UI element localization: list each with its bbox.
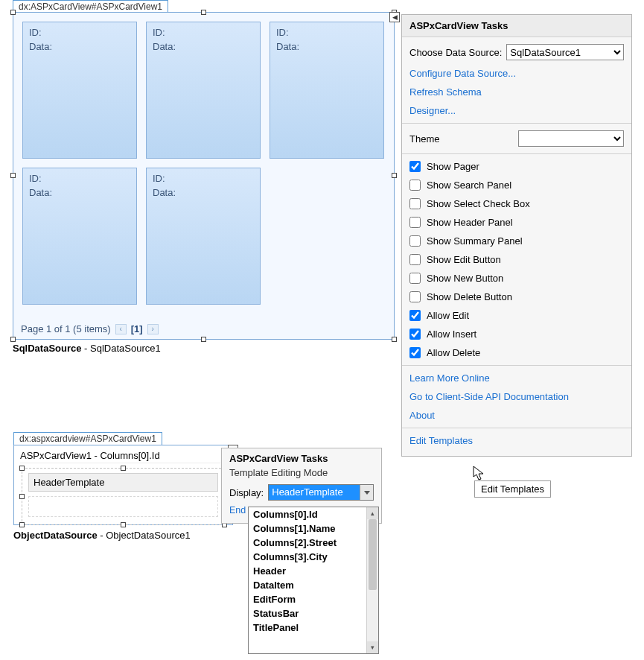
cardview-designer-surface[interactable]: ◀ ID: Data: ID: Data: ID: Data: ID: Data… xyxy=(13,12,395,340)
tasks-panel-title: ASPxCardView Tasks xyxy=(229,453,374,464)
card-data-label: Data: xyxy=(29,41,130,52)
card-preview: ID: Data: xyxy=(146,22,261,159)
dropdown-item[interactable]: DataItem xyxy=(249,578,366,592)
cardview-tasks-panel: ASPxCardView Tasks Choose Data Source: S… xyxy=(401,14,632,457)
task-checkbox-label: Show Header Panel xyxy=(427,217,513,228)
task-checkbox-row[interactable]: Show Header Panel xyxy=(409,213,624,232)
task-checkbox[interactable] xyxy=(409,291,421,302)
resize-handle[interactable] xyxy=(121,522,126,527)
theme-select[interactable] xyxy=(518,130,624,147)
dropdown-item[interactable]: EditForm xyxy=(249,592,366,606)
task-checkbox[interactable] xyxy=(409,161,421,172)
task-checkbox[interactable] xyxy=(409,180,421,191)
resize-handle[interactable] xyxy=(19,466,25,471)
task-checkbox-row[interactable]: Show Search Panel xyxy=(409,176,624,194)
task-checkbox-row[interactable]: Show Select Check Box xyxy=(409,194,624,213)
dropdown-item[interactable]: Columns[2].Street xyxy=(249,536,366,550)
resize-handle[interactable] xyxy=(392,337,397,342)
task-checkbox[interactable] xyxy=(409,198,421,209)
resize-handle[interactable] xyxy=(10,337,16,342)
resize-handle[interactable] xyxy=(19,522,25,527)
scroll-down-icon[interactable]: ▾ xyxy=(367,641,378,653)
resize-handle[interactable] xyxy=(10,173,16,178)
card-preview: ID: Data: xyxy=(22,22,137,159)
designer-tag-tab[interactable]: dx:ASPxCardView#ASPxCardView1 xyxy=(13,0,168,13)
designer-tag-tab[interactable]: dx:aspxcardview#ASPxCardView1 xyxy=(13,432,162,445)
chevron-down-icon[interactable] xyxy=(360,485,373,500)
edit-templates-link[interactable]: Edit Templates xyxy=(409,431,624,450)
about-link[interactable]: About xyxy=(409,406,624,425)
task-checkbox-label: Show Select Check Box xyxy=(427,198,530,209)
scroll-up-icon[interactable]: ▴ xyxy=(367,507,378,519)
card-id-label: ID: xyxy=(153,173,254,184)
refresh-schema-link[interactable]: Refresh Schema xyxy=(409,83,624,101)
theme-label: Theme xyxy=(409,133,514,145)
task-checkbox-row[interactable]: Show Edit Button xyxy=(409,250,624,269)
display-template-dropdown[interactable]: Columns[0].IdColumns[1].NameColumns[2].S… xyxy=(248,507,379,654)
template-edit-area[interactable] xyxy=(28,496,218,517)
pager-prev-button[interactable]: ‹ xyxy=(115,324,127,334)
task-checkbox[interactable] xyxy=(409,329,421,340)
resize-handle[interactable] xyxy=(201,337,206,342)
template-designer-surface[interactable]: ◀ ASPxCardView1 - Columns[0].Id HeaderTe… xyxy=(13,445,233,525)
resize-handle[interactable] xyxy=(392,173,397,178)
dropdown-item[interactable]: Columns[1].Name xyxy=(249,521,366,536)
pager-text: Page 1 of 1 (5 items) xyxy=(21,323,111,334)
card-id-label: ID: xyxy=(29,173,130,184)
scrollbar[interactable]: ▴ ▾ xyxy=(366,507,378,653)
template-mode-label: Template Editing Mode xyxy=(229,467,374,478)
card-data-label: Data: xyxy=(153,41,254,52)
card-id-label: ID: xyxy=(153,27,254,38)
task-checkbox-row[interactable]: Show Pager xyxy=(409,157,624,176)
task-checkbox[interactable] xyxy=(409,347,421,358)
task-checkbox-label: Show New Button xyxy=(427,273,503,284)
task-checkbox-row[interactable]: Allow Delete xyxy=(409,343,624,362)
data-source-type: SqlDataSource xyxy=(13,343,81,354)
resize-handle[interactable] xyxy=(201,10,206,15)
designer-link[interactable]: Designer... xyxy=(409,101,624,120)
display-label: Display: xyxy=(229,487,264,498)
task-checkbox-label: Allow Edit xyxy=(427,310,469,321)
task-checkbox-row[interactable]: Allow Edit xyxy=(409,306,624,325)
data-source-label: SqlDataSource - SqlDataSource1 xyxy=(13,343,400,354)
smart-tag-arrow-icon[interactable]: ◀ xyxy=(389,12,400,22)
task-checkbox[interactable] xyxy=(409,273,421,284)
task-checkbox[interactable] xyxy=(409,217,421,228)
task-checkbox-label: Show Pager xyxy=(427,161,479,172)
client-side-api-link[interactable]: Go to Client-Side API Documentation xyxy=(409,387,624,406)
task-checkbox-label: Allow Insert xyxy=(427,329,476,340)
task-checkbox-label: Allow Delete xyxy=(427,347,480,358)
dropdown-item[interactable]: Columns[3].City xyxy=(249,550,366,564)
dropdown-item[interactable]: Columns[0].Id xyxy=(249,507,366,521)
pager-next-button[interactable]: › xyxy=(147,324,159,334)
configure-data-source-link[interactable]: Configure Data Source... xyxy=(409,64,624,83)
data-source-name: - ObjectDataSource1 xyxy=(98,530,191,541)
card-id-label: ID: xyxy=(276,27,377,38)
scroll-thumb[interactable] xyxy=(369,519,377,590)
tooltip: Edit Templates xyxy=(474,480,551,498)
resize-handle[interactable] xyxy=(19,494,25,499)
task-checkbox-row[interactable]: Show Delete Button xyxy=(409,288,624,306)
task-checkbox-row[interactable]: Allow Insert xyxy=(409,325,624,343)
task-checkbox-label: Show Summary Panel xyxy=(427,235,523,247)
card-preview: ID: Data: xyxy=(146,168,261,305)
task-checkbox-row[interactable]: Show New Button xyxy=(409,269,624,288)
choose-data-source-select[interactable]: SqlDataSource1 xyxy=(506,44,624,60)
learn-more-online-link[interactable]: Learn More Online xyxy=(409,369,624,387)
card-preview: ID: Data: xyxy=(22,168,137,305)
task-checkbox[interactable] xyxy=(409,235,421,247)
task-checkbox[interactable] xyxy=(409,310,421,321)
task-checkbox-row[interactable]: Show Summary Panel xyxy=(409,232,624,250)
dropdown-item[interactable]: StatusBar xyxy=(249,606,366,621)
data-source-type: ObjectDataSource xyxy=(13,530,98,541)
pager-current-page: [1] xyxy=(131,323,143,334)
resize-handle[interactable] xyxy=(121,466,126,471)
display-template-select[interactable]: HeaderTemplate xyxy=(268,484,374,501)
template-breadcrumb: ASPxCardView1 - Columns[0].Id xyxy=(20,450,226,463)
dropdown-item[interactable]: Header xyxy=(249,564,366,578)
task-checkbox[interactable] xyxy=(409,254,421,265)
card-preview: ID: Data: xyxy=(270,22,384,159)
task-checkbox-label: Show Search Panel xyxy=(427,180,511,191)
dropdown-item[interactable]: TitlePanel xyxy=(249,621,366,635)
resize-handle[interactable] xyxy=(10,10,16,15)
